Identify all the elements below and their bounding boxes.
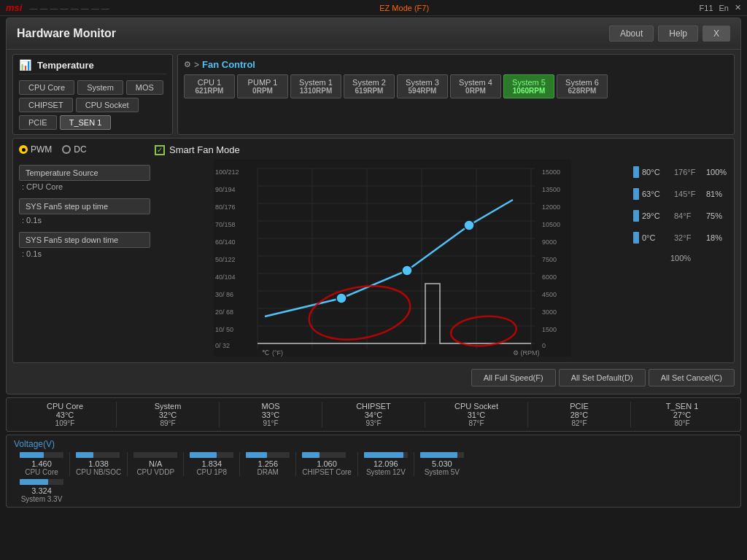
set-cancel-button[interactable]: All Set Cancel(C) bbox=[649, 369, 735, 386]
temp-c-0: 80°C bbox=[642, 168, 671, 176]
svg-text:100/212: 100/212 bbox=[215, 168, 239, 176]
temp-source-button[interactable]: Temperature Source bbox=[19, 165, 150, 181]
ez-mode-label: EZ Mode (F7) bbox=[109, 4, 700, 12]
temp-button-group: CPU Core System MOS CHIPSET CPU Socket P… bbox=[19, 80, 166, 130]
status-pcie-c: 28°C bbox=[533, 411, 626, 419]
dc-radio-dot bbox=[62, 145, 71, 154]
voltage-bar-container-1 bbox=[76, 452, 120, 458]
svg-rect-0 bbox=[214, 160, 571, 357]
fan-tab-cpu1-name: CPU 1 bbox=[192, 78, 227, 87]
fan-panel-header: ⚙ > Fan Control bbox=[184, 59, 728, 70]
control-point-1[interactable] bbox=[336, 293, 347, 303]
temp-bar-0 bbox=[633, 166, 639, 178]
svg-text:10/ 50: 10/ 50 bbox=[215, 326, 233, 333]
fan-tab-sys2[interactable]: System 2619RPM bbox=[344, 74, 395, 98]
voltage-bar-container-6 bbox=[364, 452, 408, 458]
fan-tab-sys3[interactable]: System 3594RPM bbox=[397, 74, 448, 98]
status-chipset: CHIPSET 34°C 93°F bbox=[322, 402, 425, 427]
temp-bar-1 bbox=[633, 188, 639, 200]
temp-f-1: 145°F bbox=[674, 190, 703, 198]
voltage-cpu-1p8: 1.834 CPU 1P8 bbox=[184, 452, 240, 476]
top-bar-right: F11 En ✕ bbox=[700, 3, 741, 12]
temp-btn-pcie[interactable]: PCIE bbox=[19, 115, 57, 130]
voltage-chipset-core: 1.060 CHIPSET Core bbox=[296, 452, 358, 476]
status-pcie-f: 82°F bbox=[533, 419, 626, 427]
voltage-sys33v: 3.324 System 3.3V bbox=[14, 479, 69, 503]
status-mos-c: 33°C bbox=[224, 411, 317, 419]
svg-text:20/ 68: 20/ 68 bbox=[215, 308, 233, 316]
voltage-name-3: CPU 1P8 bbox=[190, 468, 233, 476]
fan-tab-sys6-rpm: 628RPM bbox=[565, 87, 600, 95]
temp-scale-row-2: 29°C 84°F 75% bbox=[633, 210, 728, 222]
voltage-bar-4 bbox=[246, 452, 267, 458]
about-button[interactable]: About bbox=[609, 26, 654, 42]
pwm-radio[interactable]: PWM bbox=[19, 144, 52, 155]
temp-btn-tsen1[interactable]: T_SEN 1 bbox=[60, 115, 112, 130]
control-point-3[interactable] bbox=[464, 220, 474, 230]
fan-tab-sys4[interactable]: System 40RPM bbox=[450, 74, 501, 98]
full-speed-button[interactable]: All Full Speed(F) bbox=[471, 369, 556, 386]
svg-text:10500: 10500 bbox=[542, 221, 560, 228]
temp-pct-0: 100% bbox=[706, 168, 727, 176]
temp-btn-system[interactable]: System bbox=[77, 80, 123, 95]
fan-tab-sys1-rpm: 1310RPM bbox=[298, 87, 333, 95]
chart-section: PWM DC Temperature Source : CPU Core SYS… bbox=[12, 138, 735, 363]
control-point-2[interactable] bbox=[402, 265, 412, 276]
voltage-bar-container-8 bbox=[20, 479, 63, 485]
voltage-cpu-core: 1.460 CPU Core bbox=[14, 452, 70, 476]
pwm-label: PWM bbox=[31, 144, 52, 155]
status-cpu-core-name: CPU Core bbox=[18, 402, 112, 411]
help-button[interactable]: Help bbox=[658, 26, 698, 42]
smart-fan-checkbox[interactable] bbox=[155, 145, 165, 155]
svg-text:70/158: 70/158 bbox=[215, 221, 236, 228]
voltage-bar-0 bbox=[20, 452, 44, 458]
svg-text:1500: 1500 bbox=[542, 326, 557, 333]
fan-panel-icon: ⚙ bbox=[184, 60, 191, 69]
status-system: System 32°C 89°F bbox=[117, 402, 220, 427]
dc-label: DC bbox=[74, 144, 86, 155]
step-up-button[interactable]: SYS Fan5 step up time bbox=[19, 198, 150, 214]
voltage-name-0: CPU Core bbox=[20, 468, 63, 476]
temp-pct-2: 75% bbox=[706, 211, 722, 220]
fan-tab-pump1[interactable]: PUMP 10RPM bbox=[237, 74, 288, 98]
voltage-val-2: N/A bbox=[133, 459, 177, 468]
temp-scale: 80°C 176°F 100% 63°C 145°F 81% 29°C 84°F bbox=[633, 144, 728, 357]
main-panels: 📊 Temperature CPU Core System MOS CHIPSE… bbox=[12, 54, 735, 135]
status-cpu-socket-name: CPU Socket bbox=[430, 402, 523, 411]
set-default-button[interactable]: All Set Default(D) bbox=[559, 369, 646, 386]
close-top-icon[interactable]: ✕ bbox=[735, 3, 741, 12]
temp-btn-cpu-socket[interactable]: CPU Socket bbox=[76, 98, 139, 112]
status-mos-name: MOS bbox=[224, 402, 317, 411]
voltage-name-6: System 12V bbox=[364, 468, 408, 476]
status-system-name: System bbox=[121, 402, 214, 411]
voltage-title: Voltage(V) bbox=[14, 439, 733, 449]
temp-pct-3: 18% bbox=[706, 233, 722, 242]
fan-tab-sys1[interactable]: System 11310RPM bbox=[290, 74, 341, 98]
temp-btn-mos[interactable]: MOS bbox=[126, 80, 163, 95]
fan-tab-sys5[interactable]: System 51060RPM bbox=[503, 74, 554, 98]
svg-text:(°F): (°F) bbox=[272, 349, 283, 357]
temp-btn-chipset[interactable]: CHIPSET bbox=[19, 98, 73, 112]
chart-container: Smart Fan Mode 100/212 90/194 80/176 70/… bbox=[155, 144, 630, 357]
fan-tab-sys2-name: System 2 bbox=[352, 78, 387, 87]
fan-tab-cpu1[interactable]: CPU 1621RPM bbox=[184, 74, 235, 98]
fan-tab-group: CPU 1621RPM PUMP 10RPM System 11310RPM S… bbox=[184, 74, 728, 98]
svg-text:0: 0 bbox=[542, 342, 546, 349]
svg-text:80/176: 80/176 bbox=[215, 203, 236, 211]
temp-btn-cpu-core[interactable]: CPU Core bbox=[19, 80, 74, 95]
step-down-button[interactable]: SYS Fan5 step down time bbox=[19, 232, 150, 248]
status-tsen1-name: T_SEN 1 bbox=[635, 402, 729, 411]
close-button[interactable]: X bbox=[703, 26, 730, 42]
voltage-bar-6 bbox=[364, 452, 403, 458]
voltage-bar-container-2 bbox=[133, 452, 177, 458]
app-title-bar: — — — — — — — — bbox=[29, 4, 109, 12]
voltage-name-5: CHIPSET Core bbox=[302, 468, 352, 476]
status-system-c: 32°C bbox=[121, 411, 214, 419]
msi-logo: msi bbox=[6, 2, 22, 13]
fan-tab-sys4-name: System 4 bbox=[458, 78, 493, 87]
step-up-value: : 0.1s bbox=[19, 216, 150, 225]
fan-tab-sys6[interactable]: System 6628RPM bbox=[557, 74, 608, 98]
dc-radio[interactable]: DC bbox=[62, 144, 86, 155]
status-mos-f: 91°F bbox=[224, 419, 317, 427]
bottom-buttons: All Full Speed(F) All Set Default(D) All… bbox=[12, 366, 735, 389]
